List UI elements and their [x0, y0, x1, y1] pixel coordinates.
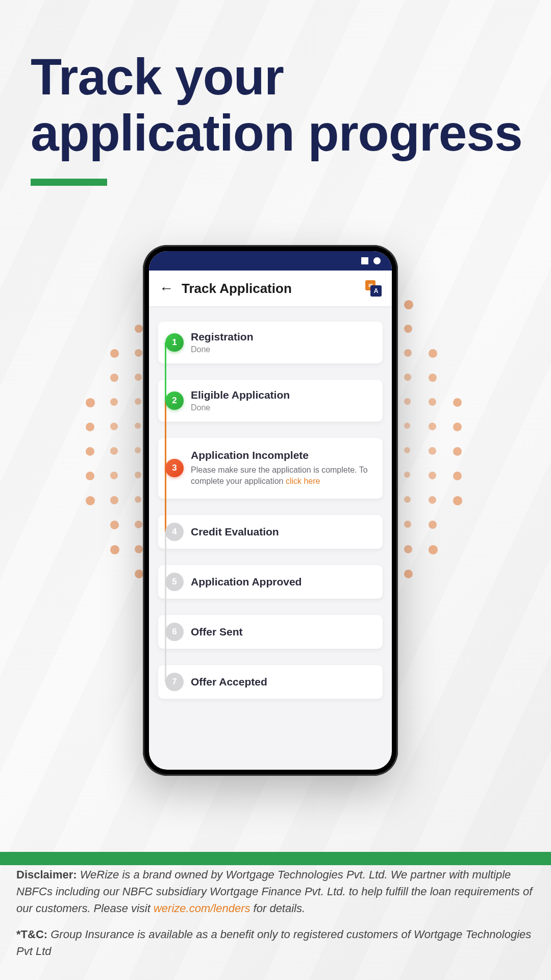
step-title: Registration: [191, 331, 373, 343]
step-card-6: 6Offer Sent: [158, 615, 383, 649]
app-header-title: Track Application: [182, 281, 365, 297]
step-circle-7: 7: [165, 673, 184, 691]
step-description: Please make sure the application is comp…: [191, 464, 373, 487]
step-subtitle: Done: [191, 403, 373, 412]
disclaimer-block: Disclaimer: WeRize is a brand owned by W…: [16, 866, 535, 960]
step-title: Offer Accepted: [191, 676, 373, 688]
step-subtitle: Done: [191, 345, 373, 354]
step-circle-4: 4: [165, 523, 184, 541]
disclaimer-label: Disclaimer:: [16, 868, 77, 881]
headline-underline: [31, 179, 107, 186]
disclaimer-link[interactable]: werize.com/lenders: [154, 902, 251, 915]
step-connector: [165, 401, 166, 469]
step-circle-6: 6: [165, 623, 184, 641]
step-card-4: 4Credit Evaluation: [158, 515, 383, 549]
language-switcher-icon[interactable]: अ A: [365, 280, 382, 297]
step-circle-1: 1: [165, 333, 184, 352]
step-title: Eligible Application: [191, 389, 373, 401]
back-arrow-icon[interactable]: ←: [159, 280, 173, 297]
footer-green-bar: [0, 852, 551, 865]
step-title: Credit Evaluation: [191, 526, 373, 538]
step-title: Application Incomplete: [191, 449, 373, 461]
phone-screen: ← Track Application अ A 1RegistrationDon…: [149, 251, 392, 770]
step-connector: [165, 342, 166, 401]
step-card-7: 7Offer Accepted: [158, 665, 383, 699]
headline-line-2: application progress: [31, 105, 522, 161]
step-click-here-link[interactable]: click here: [286, 477, 320, 485]
step-connector: [165, 532, 166, 582]
step-circle-3: 3: [165, 459, 184, 477]
step-connector: [165, 469, 166, 532]
status-square-icon: [361, 257, 368, 264]
step-card-1: 1RegistrationDone: [158, 322, 383, 363]
step-card-5: 5Application Approved: [158, 565, 383, 599]
step-circle-2: 2: [165, 391, 184, 410]
status-bar: [149, 251, 392, 271]
tc-text: Group Insurance is available as a benefi…: [16, 928, 531, 958]
steps-container: 1RegistrationDone2Eligible ApplicationDo…: [149, 306, 392, 699]
step-card-3: 3Application IncompletePlease make sure …: [158, 438, 383, 499]
tc-label: *T&C:: [16, 928, 47, 941]
step-connector: [165, 582, 166, 632]
step-circle-5: 5: [165, 573, 184, 591]
step-title: Offer Sent: [191, 626, 373, 638]
step-card-2: 2Eligible ApplicationDone: [158, 380, 383, 422]
step-title: Application Approved: [191, 576, 373, 588]
app-header: ← Track Application अ A: [149, 271, 392, 306]
headline-line-1: Track your: [31, 48, 522, 105]
page-headline: Track your application progress: [31, 48, 522, 161]
step-connector: [165, 632, 166, 682]
status-circle-icon: [373, 257, 381, 264]
disclaimer-text-after: for details.: [251, 902, 306, 915]
phone-mockup: ← Track Application अ A 1RegistrationDon…: [143, 245, 398, 776]
